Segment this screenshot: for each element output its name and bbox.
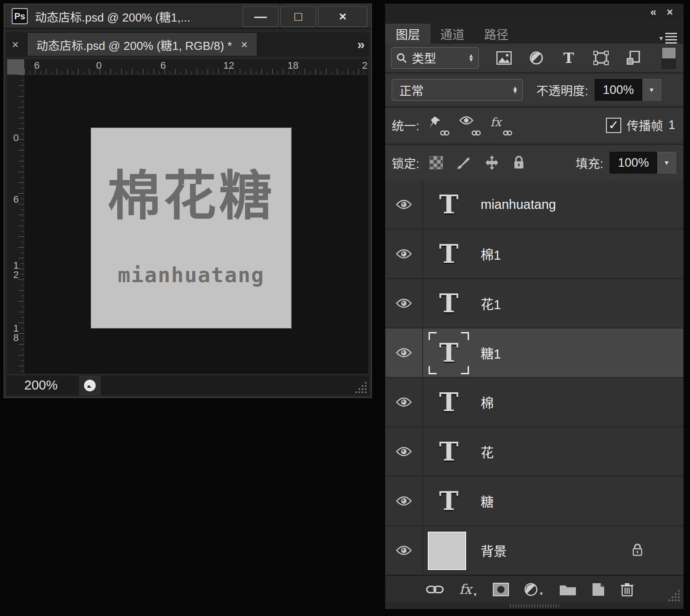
panel-bottom-bar: [385, 603, 683, 609]
minimize-button[interactable]: —: [243, 6, 279, 27]
visibility-toggle[interactable]: [385, 378, 423, 426]
layer-row-hua1[interactable]: T 花1: [385, 279, 683, 328]
visibility-toggle[interactable]: [385, 427, 423, 476]
tab-paths[interactable]: 路径: [474, 24, 518, 44]
tabstrip-close-button[interactable]: ×: [6, 34, 24, 55]
text-layer-thumbnail[interactable]: T: [432, 279, 465, 328]
filter-smart-objects-button[interactable]: [625, 50, 641, 66]
ruler-label: 6: [10, 194, 22, 203]
visibility-toggle[interactable]: [385, 328, 423, 377]
background-layer-thumbnail[interactable]: [428, 532, 466, 570]
blend-mode-dropdown[interactable]: 正常 ▲▼: [392, 79, 523, 101]
close-panel-icon[interactable]: ×: [667, 6, 672, 18]
lock-transparency-button[interactable]: [429, 156, 443, 169]
text-layer-thumbnail[interactable]: T: [432, 477, 465, 525]
selection-bracket: [429, 366, 437, 374]
text-layer-thumbnail[interactable]: T: [432, 180, 465, 229]
tab-close-icon[interactable]: ×: [241, 38, 248, 52]
layer-row-hua[interactable]: T 花: [385, 427, 683, 477]
layer-name: 糖1: [481, 328, 501, 377]
visibility-toggle[interactable]: [385, 279, 423, 328]
minimize-icon: —: [254, 9, 267, 24]
layer-row-tang[interactable]: T 糖: [385, 477, 683, 526]
layer-row-mianhuatang[interactable]: T mianhuatang: [385, 180, 683, 230]
close-button[interactable]: ×: [318, 6, 367, 27]
canvas[interactable]: 棉花糖 mianhuatang: [91, 128, 292, 328]
filter-shape-layers-button[interactable]: [593, 50, 609, 66]
text-layer-thumbnail[interactable]: T: [432, 427, 465, 476]
document-statusbar: 200%: [6, 375, 369, 395]
fill-value-field[interactable]: 100%: [610, 152, 657, 173]
text-layer-thumbnail[interactable]: T: [432, 378, 465, 426]
ruler-label: 12: [10, 260, 22, 279]
layer-lock-icon: [632, 543, 643, 557]
filter-kind-label: 类型: [412, 49, 436, 66]
trash-icon: [620, 582, 634, 597]
propagate-frame-checkbox[interactable]: ✓: [606, 118, 621, 133]
canvas-workspace[interactable]: 棉花糖 mianhuatang: [24, 75, 368, 374]
new-page-icon: [592, 582, 605, 597]
ruler-label: 2: [362, 60, 367, 71]
text-layer-thumbnail[interactable]: T: [432, 328, 465, 377]
fx-icon: fx: [459, 581, 472, 597]
ruler-origin-box[interactable]: [7, 59, 24, 75]
unify-style-button[interactable]: fx: [491, 115, 510, 135]
visibility-toggle[interactable]: [385, 230, 423, 278]
new-group-button[interactable]: [559, 583, 576, 596]
tab-channels[interactable]: 通道: [430, 24, 474, 44]
collapse-panel-icon[interactable]: «: [650, 6, 655, 18]
unify-position-button[interactable]: [428, 115, 447, 135]
delete-layer-button[interactable]: [620, 582, 634, 597]
text-layer-thumbnail[interactable]: T: [432, 230, 465, 278]
link-icon: [426, 585, 444, 594]
filter-pixel-layers-button[interactable]: [496, 50, 512, 66]
new-adjustment-layer-button[interactable]: ▼: [524, 583, 544, 596]
status-info-button[interactable]: [79, 376, 101, 395]
layer-row-mian1[interactable]: T 棉1: [385, 230, 683, 279]
lock-paint-brush-button[interactable]: [456, 155, 471, 170]
dropdown-icon: ▼: [473, 592, 478, 597]
layers-panel: « × 图层 通道 路径 ▼ 类型 ▲▼: [385, 4, 684, 609]
layer-name: 棉1: [481, 230, 501, 278]
chain-link-icon: [503, 130, 512, 136]
layer-filter-row: 类型 ▲▼ T: [385, 44, 683, 73]
layer-row-tang1-selected[interactable]: T 糖1: [385, 328, 683, 378]
maximize-button[interactable]: □: [280, 6, 316, 27]
fill-dropdown-button[interactable]: ▼: [657, 152, 676, 173]
link-layers-button[interactable]: [426, 585, 444, 594]
layer-row-background[interactable]: 背景: [385, 526, 683, 576]
window-resize-grip[interactable]: [354, 380, 367, 394]
filter-on-off-toggle[interactable]: [662, 47, 676, 69]
selection-bracket: [461, 332, 469, 340]
spinner-icon: ▲▼: [468, 54, 474, 61]
new-layer-button[interactable]: [592, 582, 605, 597]
spinner-icon: ▲▼: [512, 86, 518, 93]
add-layer-mask-button[interactable]: [493, 583, 509, 596]
layer-name: 棉: [481, 378, 494, 426]
blend-mode-row: 正常 ▲▼ 不透明度: 100% ▼: [385, 75, 683, 105]
visibility-toggle[interactable]: [385, 526, 423, 575]
zoom-level-field[interactable]: 200%: [24, 378, 58, 393]
smart-object-icon: [626, 51, 641, 65]
layer-style-button[interactable]: fx ▼: [459, 581, 478, 597]
tab-layers[interactable]: 图层: [385, 24, 430, 44]
filter-kind-dropdown[interactable]: 类型 ▲▼: [391, 47, 479, 69]
layer-name: 糖: [481, 477, 494, 525]
visibility-toggle[interactable]: [385, 477, 423, 525]
lock-position-move-button[interactable]: [484, 155, 500, 170]
unify-visibility-button[interactable]: [459, 115, 479, 135]
opacity-dropdown-button[interactable]: ▼: [642, 79, 661, 101]
lock-all-button[interactable]: [513, 155, 525, 170]
document-tab[interactable]: 动态店标.psd @ 200% (糖1, RGB/8) * ×: [28, 33, 257, 56]
tab-overflow-button[interactable]: »: [357, 37, 363, 52]
filter-adjustment-layers-button[interactable]: [528, 50, 544, 66]
opacity-value-field[interactable]: 100%: [595, 79, 642, 101]
filter-type-layers-button[interactable]: T: [561, 50, 577, 66]
panel-menu-button[interactable]: ▼: [658, 33, 677, 44]
layer-row-mian[interactable]: T 棉: [385, 378, 683, 427]
drag-handle[interactable]: [510, 604, 559, 607]
visibility-toggle[interactable]: [385, 180, 423, 229]
window-titlebar[interactable]: Ps 动态店标.psd @ 200% (糖1,... — □ ×: [4, 4, 371, 29]
panel-resize-grip[interactable]: [667, 588, 681, 602]
vertical-ruler: 0 6 12 18: [7, 75, 24, 374]
